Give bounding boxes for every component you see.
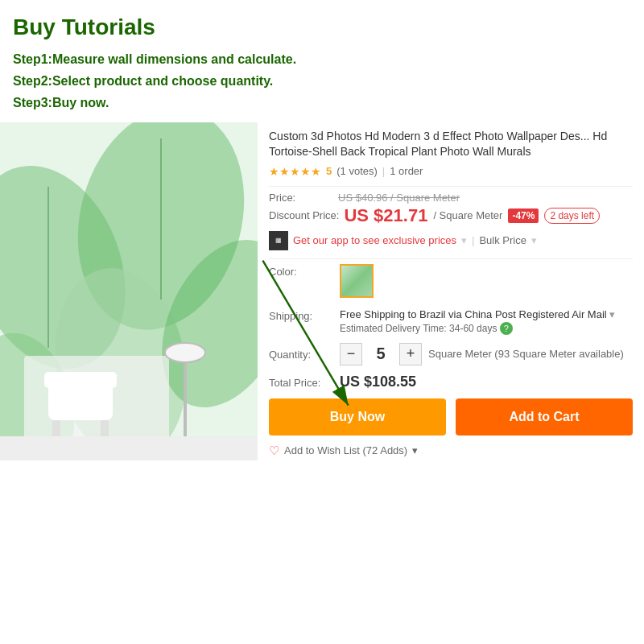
action-buttons: Buy Now Add to Cart [269,398,633,436]
color-swatch[interactable] [340,264,374,300]
per-unit-label: / Square Meter [433,209,502,221]
product-title: Custom 3d Photos Hd Modern 3 d Effect Ph… [269,129,633,160]
tutorial-step-3: Step3:Buy now. [13,92,631,114]
total-label: Total Price: [269,375,333,389]
color-row: Color: [269,264,633,300]
orders-count: 1 order [390,165,423,177]
svg-rect-15 [0,436,258,460]
product-section: Custom 3d Photos Hd Modern 3 d Effect Ph… [0,122,644,464]
price-label: Price: [269,192,333,204]
quantity-info: Square Meter (93 Square Meter available) [428,348,624,360]
tutorial-steps: Step1:Measure wall dimensions and calcul… [13,48,631,114]
original-price-row: Price: US $40.96 / Square Meter [269,192,633,204]
original-price: US $40.96 / Square Meter [338,192,460,204]
quantity-decrease-button[interactable]: − [340,343,362,365]
bulk-price-link[interactable]: Bulk Price [479,234,526,246]
quantity-value: 5 [369,345,393,363]
quantity-row: Quantity: − 5 + Square Meter (93 Square … [269,343,633,365]
product-image [0,122,258,460]
wishlist-row[interactable]: ♡ Add to Wish List (72 Adds) ▾ [269,444,633,458]
tutorial-section: Buy Tutorials Step1:Measure wall dimensi… [0,0,644,122]
star-icons: ★★★★★ [269,165,321,178]
delivery-text: Estimated Delivery Time: 34-60 days ? [340,322,615,335]
days-left-badge: 2 days left [544,208,600,224]
wishlist-dropdown-icon[interactable]: ▾ [412,444,418,456]
tutorial-step-1: Step1:Measure wall dimensions and calcul… [13,48,631,70]
color-label: Color: [269,264,333,278]
product-info: Custom 3d Photos Hd Modern 3 d Effect Ph… [258,122,644,464]
tutorial-title: Buy Tutorials [13,14,631,40]
discount-badge: -47% [508,208,539,223]
wishlist-text: Add to Wish List (72 Adds) [284,444,407,456]
discount-price-label: Discount Price: [269,209,339,221]
discount-price-row: Discount Price: US $21.71 / Square Meter… [269,205,633,226]
add-to-cart-button[interactable]: Add to Cart [456,398,633,436]
svg-rect-10 [44,372,117,388]
shipping-label: Shipping: [269,308,333,322]
help-icon[interactable]: ? [500,322,513,335]
svg-point-14 [165,343,205,362]
rating-row: ★★★★★ 5 (1 votes) | 1 order [269,165,633,178]
buy-now-button[interactable]: Buy Now [269,398,446,436]
shipping-row: Shipping: Free Shipping to Brazil via Ch… [269,308,633,335]
rating-score: 5 [326,165,332,177]
tutorial-step-2: Step2:Select product and choose quantity… [13,70,631,92]
app-price-row: ▦ Get our app to see exclusive prices ▾ … [269,231,633,250]
app-exclusive-link[interactable]: Get our app to see exclusive prices [293,234,456,246]
total-price-row: Total Price: US $108.55 [269,374,633,390]
heart-icon: ♡ [269,444,279,458]
quantity-increase-button[interactable]: + [399,343,422,365]
votes-count: (1 votes) [336,165,378,177]
total-price-value: US $108.55 [340,374,416,390]
discounted-price: US $21.71 [344,205,427,226]
qr-icon: ▦ [269,231,288,250]
quantity-label: Quantity: [269,347,333,361]
shipping-text: Free Shipping to Brazil via China Post R… [340,308,615,320]
